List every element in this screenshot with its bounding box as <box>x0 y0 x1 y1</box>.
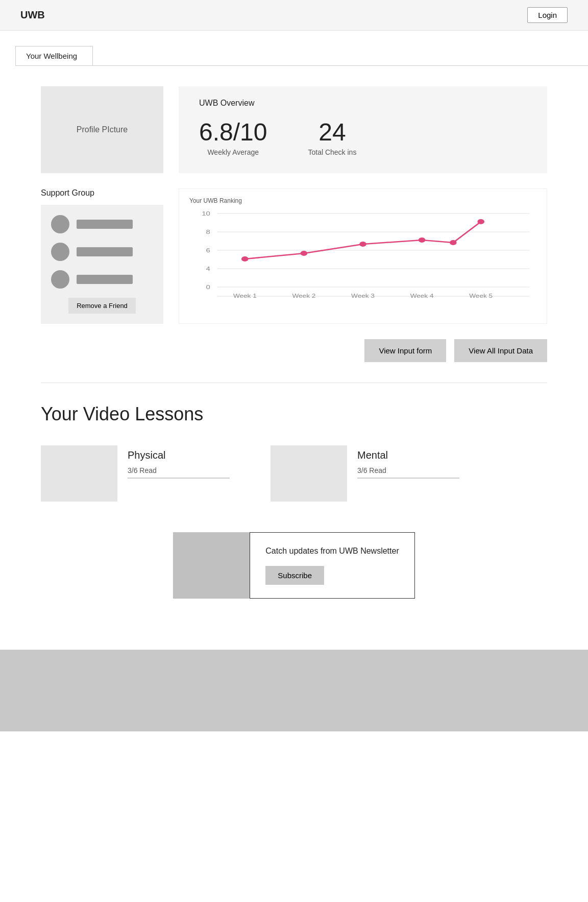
svg-point-11 <box>241 256 249 262</box>
support-group-section: Support Group Remove a Friend <box>41 188 163 324</box>
svg-text:0: 0 <box>206 284 210 291</box>
header: UWB Login <box>0 0 588 31</box>
svg-point-16 <box>477 219 484 224</box>
remove-friend-button[interactable]: Remove a Friend <box>68 298 136 314</box>
newsletter-image <box>173 532 250 599</box>
lesson-thumbnail-mental <box>271 445 347 502</box>
lesson-thumbnail-physical <box>41 445 117 502</box>
app-logo: UWB <box>20 9 45 21</box>
total-checkins-value: 24 <box>318 118 346 146</box>
middle-row: Support Group Remove a Friend Your U <box>41 188 547 324</box>
newsletter-card: Catch updates from UWB Newsletter Subscr… <box>173 532 414 599</box>
svg-text:8: 8 <box>206 229 210 235</box>
lesson-info-physical: Physical 3/6 Read <box>128 445 230 479</box>
lesson-progress-bar-physical <box>128 478 230 479</box>
footer <box>0 650 588 731</box>
newsletter-content: Catch updates from UWB Newsletter Subscr… <box>250 532 414 599</box>
list-item: Mental 3/6 Read <box>271 445 459 502</box>
svg-text:Week 5: Week 5 <box>469 293 493 299</box>
chart-container: 10 8 6 4 0 Week <box>189 208 536 300</box>
video-lessons-title: Your Video Lessons <box>41 403 547 425</box>
lessons-row: Physical 3/6 Read Mental 3/6 Read <box>41 445 547 502</box>
friend-name-bar <box>77 275 133 284</box>
login-button[interactable]: Login <box>527 7 568 23</box>
total-checkins-stat: 24 Total Check ins <box>308 118 356 156</box>
chart-title: Your UWB Ranking <box>189 197 536 204</box>
weekly-average-label: Weekly Average <box>207 148 259 156</box>
profile-picture-box: Profile PIcture <box>41 86 163 173</box>
svg-text:6: 6 <box>206 247 210 254</box>
section-divider <box>41 383 547 383</box>
svg-point-13 <box>359 242 366 247</box>
svg-text:Week 1: Week 1 <box>233 293 257 299</box>
buttons-row: View Input form View All Input Data <box>41 339 547 362</box>
avatar <box>51 243 69 261</box>
list-item <box>51 215 153 233</box>
overview-box: UWB Overview 6.8/10 Weekly Average 24 To… <box>179 86 547 173</box>
lesson-progress-label-mental: 3/6 Read <box>357 466 459 474</box>
svg-text:10: 10 <box>202 210 210 217</box>
support-group-box: Remove a Friend <box>41 205 163 324</box>
avatar <box>51 215 69 233</box>
chart-section: Your UWB Ranking 10 8 6 4 0 <box>179 188 547 324</box>
svg-text:Week 4: Week 4 <box>410 293 434 299</box>
newsletter-section: Catch updates from UWB Newsletter Subscr… <box>41 532 547 599</box>
list-item: Physical 3/6 Read <box>41 445 230 502</box>
weekly-average-value: 6.8/10 <box>199 118 267 146</box>
overview-title: UWB Overview <box>199 99 527 108</box>
lesson-info-mental: Mental 3/6 Read <box>357 445 459 479</box>
avatar <box>51 270 69 289</box>
subscribe-button[interactable]: Subscribe <box>265 566 324 585</box>
list-item <box>51 270 153 289</box>
overview-stats: 6.8/10 Weekly Average 24 Total Check ins <box>199 118 527 156</box>
svg-point-15 <box>450 240 457 245</box>
total-checkins-label: Total Check ins <box>308 148 356 156</box>
tab-bar: Your Wellbeing <box>15 46 588 66</box>
lesson-progress-bar-mental <box>357 478 459 479</box>
lesson-name-physical: Physical <box>128 449 230 461</box>
lesson-progress-label-physical: 3/6 Read <box>128 466 230 474</box>
svg-text:4: 4 <box>206 266 210 272</box>
svg-point-14 <box>419 238 426 243</box>
svg-text:Week 3: Week 3 <box>351 293 375 299</box>
svg-point-12 <box>301 251 308 256</box>
top-row: Profile PIcture UWB Overview 6.8/10 Week… <box>41 86 547 173</box>
lesson-name-mental: Mental <box>357 449 459 461</box>
video-lessons-section: Your Video Lessons Physical 3/6 Read Men… <box>41 403 547 502</box>
main-content: Profile PIcture UWB Overview 6.8/10 Week… <box>0 66 588 650</box>
svg-text:Week 2: Week 2 <box>292 293 315 299</box>
chart-svg: 10 8 6 4 0 Week <box>189 208 536 300</box>
profile-picture-label: Profile PIcture <box>77 125 128 134</box>
support-group-title: Support Group <box>41 188 163 198</box>
friend-name-bar <box>77 220 133 229</box>
tab-your-wellbeing[interactable]: Your Wellbeing <box>15 46 93 65</box>
friend-name-bar <box>77 247 133 256</box>
list-item <box>51 243 153 261</box>
weekly-average-stat: 6.8/10 Weekly Average <box>199 118 267 156</box>
newsletter-text: Catch updates from UWB Newsletter <box>265 547 399 556</box>
view-input-form-button[interactable]: View Input form <box>364 339 446 362</box>
view-all-input-data-button[interactable]: View All Input Data <box>454 339 547 362</box>
